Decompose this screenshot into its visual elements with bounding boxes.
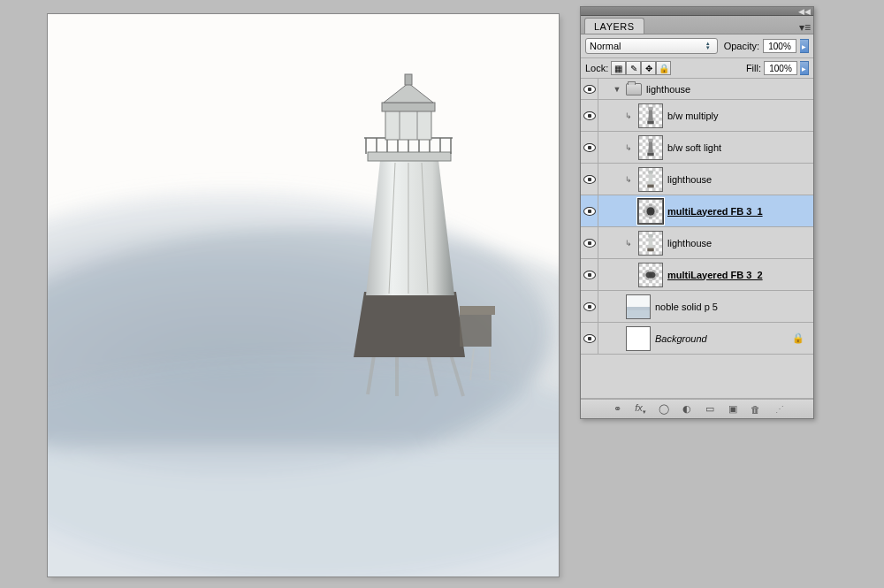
svg-rect-28 <box>460 306 495 315</box>
opacity-label: Opacity: <box>724 41 759 51</box>
tab-layers[interactable]: LAYERS <box>584 18 644 34</box>
visibility-icon[interactable] <box>583 239 596 248</box>
folder-icon <box>626 83 642 95</box>
lock-all-icon[interactable]: 🔒 <box>656 61 671 75</box>
fx-icon[interactable]: fx▾ <box>634 402 648 416</box>
svg-rect-22 <box>385 110 431 140</box>
svg-rect-11 <box>368 152 451 161</box>
clip-arrow-icon: ↳ <box>625 111 634 120</box>
layers-panel: ◀◀ LAYERS ▾≡ Normal ▲▼ Opacity: 100% ▶ L… <box>580 6 814 419</box>
mask-icon[interactable]: ◯ <box>657 403 671 415</box>
layer-thumbnail[interactable] <box>638 263 663 287</box>
collapse-icon[interactable]: ◀◀ <box>798 7 811 16</box>
adjust-icon[interactable]: ◐ <box>680 403 694 415</box>
layer-row[interactable]: ↳b/w multiply <box>581 100 813 132</box>
layer-name[interactable]: b/w soft light <box>667 142 721 153</box>
fill-field[interactable]: 100% <box>764 61 797 75</box>
visibility-icon[interactable] <box>583 143 596 152</box>
visibility-icon[interactable] <box>583 302 596 311</box>
visibility-icon[interactable] <box>583 207 596 216</box>
resize-grip-icon[interactable]: ⋰ <box>775 404 784 414</box>
svg-rect-27 <box>460 313 492 347</box>
layer-name[interactable]: lighthouse <box>646 84 690 95</box>
panel-menu-icon[interactable]: ▾≡ <box>799 21 813 34</box>
layer-group-lighthouse[interactable]: ▼ lighthouse <box>581 79 813 100</box>
select-arrows-icon: ▲▼ <box>703 42 713 50</box>
panel-footer: ⚭ fx▾ ◯ ◐ ▭ ▣ 🗑 ⋰ <box>581 399 813 418</box>
blend-mode-select[interactable]: Normal ▲▼ <box>585 38 718 54</box>
layer-row[interactable]: ↳lighthouse <box>581 164 813 195</box>
layer-row[interactable]: noble solid p 5 <box>581 291 813 323</box>
group-icon[interactable]: ▭ <box>703 403 717 415</box>
clip-arrow-icon: ↳ <box>625 239 634 248</box>
lock-label: Lock: <box>585 63 608 73</box>
opacity-field[interactable]: 100% <box>763 39 796 53</box>
layer-row[interactable]: ↳lighthouse <box>581 227 813 259</box>
svg-rect-3 <box>48 447 559 577</box>
link-icon[interactable]: ⚭ <box>611 403 625 415</box>
panel-topbar[interactable]: ◀◀ <box>581 7 813 16</box>
layer-name[interactable]: multiLayered FB 3_1 <box>667 206 763 217</box>
layer-thumbnail[interactable] <box>638 135 663 160</box>
layer-name[interactable]: b/w multiply <box>667 111 718 121</box>
layer-thumbnail[interactable] <box>626 294 651 319</box>
visibility-icon[interactable] <box>583 334 596 343</box>
layer-name[interactable]: lighthouse <box>667 238 712 248</box>
layer-name[interactable]: lighthouse <box>667 174 712 185</box>
layer-row[interactable]: multiLayered FB 3_2 <box>581 259 813 291</box>
trash-icon[interactable]: 🗑 <box>749 404 763 415</box>
blend-mode-value: Normal <box>590 41 621 51</box>
panel-tabs: LAYERS ▾≡ <box>581 16 813 34</box>
layer-thumbnail[interactable] <box>638 231 663 256</box>
layer-thumbnail[interactable] <box>626 326 651 351</box>
new-icon[interactable]: ▣ <box>726 403 740 415</box>
fill-label: Fill: <box>746 63 761 73</box>
lock-pixels-icon[interactable]: ✎ <box>626 61 641 75</box>
visibility-icon[interactable] <box>583 175 596 184</box>
visibility-icon[interactable] <box>583 85 596 94</box>
visibility-icon[interactable] <box>583 271 596 279</box>
layer-name[interactable]: Background <box>655 333 707 344</box>
lock-fill-row: Lock: ▦ ✎ ✥ 🔒 Fill: 100% ▶ <box>581 58 813 79</box>
document-canvas[interactable] <box>48 14 559 577</box>
clip-arrow-icon: ↳ <box>625 143 634 152</box>
opacity-dropdown-icon[interactable]: ▶ <box>800 39 809 53</box>
lock-icon: 🔒 <box>792 332 804 344</box>
layer-thumbnail[interactable] <box>638 199 663 224</box>
svg-rect-26 <box>405 74 412 85</box>
lock-position-icon[interactable]: ✥ <box>641 61 656 75</box>
layer-name[interactable]: noble solid p 5 <box>655 302 718 312</box>
visibility-icon[interactable] <box>583 111 596 120</box>
layer-row[interactable]: ↳b/w soft light <box>581 132 813 164</box>
fill-dropdown-icon[interactable]: ▶ <box>800 61 809 75</box>
layer-row[interactable]: Background🔒 <box>581 323 813 355</box>
clip-arrow-icon: ↳ <box>625 175 634 184</box>
layer-name[interactable]: multiLayered FB 3_2 <box>667 270 763 280</box>
layer-thumbnail[interactable] <box>638 103 663 128</box>
lock-transparency-icon[interactable]: ▦ <box>611 61 626 75</box>
svg-rect-25 <box>382 103 435 111</box>
disclosure-icon[interactable]: ▼ <box>613 85 621 94</box>
layer-list: ▼ lighthouse ↳b/w multiply↳b/w soft ligh… <box>581 79 813 399</box>
layer-row[interactable]: multiLayered FB 3_1 <box>581 195 813 227</box>
blend-opacity-row: Normal ▲▼ Opacity: 100% ▶ <box>581 34 813 58</box>
layer-thumbnail[interactable] <box>638 167 663 192</box>
